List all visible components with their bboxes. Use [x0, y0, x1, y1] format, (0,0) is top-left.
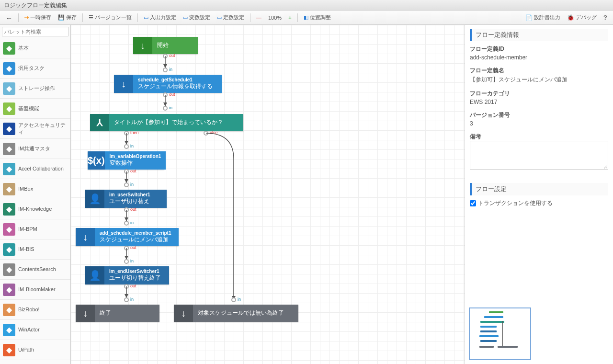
palette-item[interactable]: ◆IM-BloomMaker	[0, 280, 70, 300]
port[interactable]	[124, 259, 129, 264]
doc-icon	[525, 14, 533, 21]
palette-item[interactable]: ◆IM-BPM	[0, 219, 70, 239]
align-button[interactable]: ◧ 位置調整	[301, 12, 334, 23]
port[interactable]	[124, 297, 129, 302]
flow-node[interactable]: ↓schedule_getSchedule1スケジュール情報を取得する	[114, 75, 222, 93]
node-icon: 👤	[85, 266, 104, 284]
io-setting-button[interactable]: ▭ 入出力設定	[141, 12, 179, 23]
palette-item[interactable]: ◆Accel Collaboration	[0, 159, 70, 179]
port-label: out	[130, 245, 136, 250]
palette-item[interactable]: ◆UiPath	[0, 340, 70, 360]
port[interactable]	[163, 54, 168, 58]
palette-item[interactable]: ◆汎用タスク	[0, 58, 70, 79]
palette-label: 汎用タスク	[18, 65, 45, 71]
minimap[interactable]	[469, 307, 531, 360]
node-icon: $(x)	[88, 151, 105, 170]
port-label: in	[130, 259, 134, 263]
flow-node[interactable]: $(x)im_variableOperation1変数操作	[88, 151, 164, 170]
flow-node[interactable]: ↓終了	[76, 305, 159, 322]
flow-node[interactable]: ↓開始	[133, 37, 198, 54]
node-label: ユーザ切り替え	[109, 198, 162, 205]
port[interactable]	[163, 92, 168, 97]
version-list-button[interactable]: ☰ バージョン一覧	[86, 12, 135, 23]
port[interactable]	[124, 207, 129, 212]
palette-item[interactable]: ◆WinActor	[0, 320, 70, 340]
spec-output-button[interactable]: 設計書出力	[522, 12, 563, 23]
palette-item[interactable]: ◆IM共通マスタ	[0, 139, 70, 159]
palette-item[interactable]: ◆基本	[0, 38, 70, 58]
save-icon: 💾	[58, 14, 65, 21]
palette-icon: ◆	[3, 304, 15, 316]
port-label: in	[130, 144, 134, 148]
palette-item[interactable]: ◆IMBox	[0, 179, 70, 199]
palette-item[interactable]: ◆IM-BIS	[0, 239, 70, 260]
palette-label: アクセスセキュリティ	[18, 122, 68, 135]
palette-search-input[interactable]	[2, 27, 68, 36]
help-button[interactable]	[601, 12, 610, 23]
port-label: in	[130, 297, 134, 302]
port-label: in	[130, 220, 134, 225]
palette-item[interactable]: ◆BizRobo!	[0, 300, 70, 320]
panel-title-info: フロー定義情報	[470, 29, 608, 41]
port[interactable]	[204, 131, 208, 136]
port[interactable]	[124, 284, 129, 289]
node-id: schedule_getSchedule1	[138, 77, 217, 83]
node-label: ユーザ切り替え終了	[109, 274, 164, 282]
palette-label: 基本	[18, 45, 29, 51]
palette-icon: ◆	[3, 243, 15, 256]
palette-item[interactable]: ◆基盤機能	[0, 99, 70, 119]
port[interactable]	[231, 297, 236, 302]
port[interactable]	[124, 246, 129, 250]
port[interactable]	[124, 182, 129, 187]
palette-item[interactable]: ◆ストレージ操作	[0, 79, 70, 99]
port-label: in	[169, 67, 172, 72]
palette-icon: ◆	[3, 143, 15, 155]
node-label: 対象スケジュールでは無い為終了	[198, 309, 294, 317]
palette-item[interactable]: ◆IM-Knowledge	[0, 199, 70, 219]
var-icon: ▭	[183, 14, 188, 21]
flow-node[interactable]: ↓add_schedule_member_script1スケジュールにメンバ追加	[76, 228, 179, 246]
flow-node[interactable]: 👤im_userSwitcher1ユーザ切り替え	[85, 190, 167, 208]
port[interactable]	[163, 68, 168, 72]
node-id: add_schedule_member_script1	[100, 230, 174, 236]
node-icon: ↓	[174, 305, 193, 322]
flow-node[interactable]: 👤im_endUserSwitcher1ユーザ切り替え終了	[85, 266, 169, 284]
palette-icon: ◆	[3, 263, 15, 276]
port[interactable]	[124, 144, 129, 149]
node-id: im_userSwitcher1	[109, 192, 162, 198]
help-icon	[603, 14, 607, 21]
palette-label: 基盤機能	[18, 105, 39, 112]
palette-icon: ◆	[3, 223, 15, 236]
flow-node[interactable]: ⅄タイトルが【参加可】で始まっているか？	[90, 114, 243, 131]
palette-icon: ◆	[3, 183, 15, 195]
palette-list: ◆基本◆汎用タスク◆ストレージ操作◆基盤機能◆アクセスセキュリティ◆IM共通マス…	[0, 38, 70, 364]
port-label: out	[130, 284, 136, 288]
remarks-input[interactable]	[470, 141, 608, 170]
palette-item[interactable]: ◆アクセスセキュリティ	[0, 119, 70, 139]
flow-node[interactable]: ↓対象スケジュールでは無い為終了	[174, 305, 298, 322]
canvas[interactable]: ↓開始outin↓schedule_getSchedule1スケジュール情報を取…	[71, 25, 465, 364]
port[interactable]	[163, 106, 168, 111]
port[interactable]	[124, 131, 129, 136]
palette-label: Accel Collaboration	[18, 166, 64, 172]
port[interactable]	[124, 221, 129, 226]
save-button[interactable]: 💾保存	[55, 12, 79, 23]
temp-save-button[interactable]: ⇢一時保存	[22, 12, 54, 23]
palette-label: ストレージ操作	[18, 85, 55, 91]
const-setting-button[interactable]: ▭ 定数設定	[214, 12, 247, 23]
var-setting-button[interactable]: ▭ 変数設定	[180, 12, 213, 23]
toolbar: ⇢一時保存 💾保存 ☰ バージョン一覧 ▭ 入出力設定 ▭ 変数設定 ▭ 定数設…	[0, 11, 613, 25]
port-label: out	[169, 53, 175, 58]
palette-icon: ◆	[3, 324, 15, 336]
node-label: タイトルが【参加可】で始まっているか？	[114, 119, 238, 126]
palette-item[interactable]: ◆ContentsSearch	[0, 260, 70, 280]
zoom-in-button[interactable]: +	[285, 12, 294, 23]
debug-button[interactable]: デバッグ	[564, 12, 600, 23]
transaction-checkbox-row[interactable]: トランザクションを使用する	[470, 199, 608, 207]
port-label: out	[130, 207, 136, 212]
zoom-out-button[interactable]: —	[253, 12, 264, 23]
transaction-checkbox[interactable]	[470, 200, 476, 206]
port[interactable]	[124, 169, 129, 174]
back-button[interactable]	[3, 12, 15, 23]
palette-label: WinActor	[18, 327, 40, 333]
